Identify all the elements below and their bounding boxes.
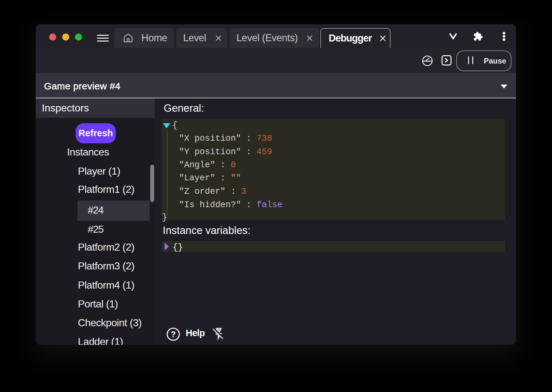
svg-text:?: ? xyxy=(171,329,176,339)
